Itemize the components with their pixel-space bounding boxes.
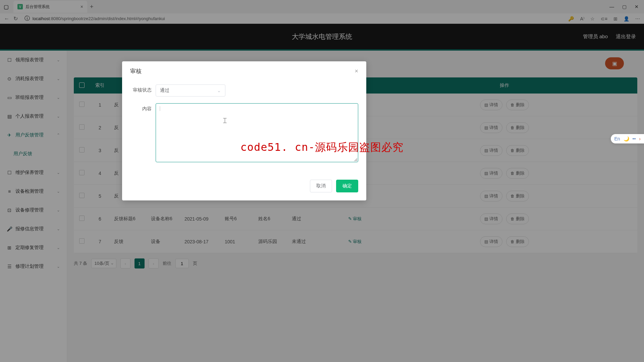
content-textarea[interactable]: | ⌶ xyxy=(156,103,358,162)
moon-icon: 🌙 xyxy=(624,136,629,141)
modal-title: 审核 xyxy=(130,67,142,75)
text-cursor-icon: ⌶ xyxy=(223,117,227,124)
content-label: 内容 xyxy=(130,103,156,112)
cancel-button[interactable]: 取消 xyxy=(310,180,332,192)
ime-lang: En xyxy=(614,136,620,141)
chevron-right-icon: › xyxy=(639,136,641,141)
status-label: 审核状态 xyxy=(130,84,156,93)
confirm-button[interactable]: 确定 xyxy=(336,180,358,192)
audit-modal: 审核 × 审核状态 通过 ⌄ 内容 | ⌶ 取消 确定 xyxy=(122,61,366,200)
ime-toolbar[interactable]: En 🌙 •• › xyxy=(611,134,644,143)
dots-icon: •• xyxy=(633,136,636,141)
close-icon[interactable]: × xyxy=(355,68,358,75)
chevron-down-icon: ⌄ xyxy=(217,88,221,93)
status-select[interactable]: 通过 ⌄ xyxy=(156,84,225,97)
